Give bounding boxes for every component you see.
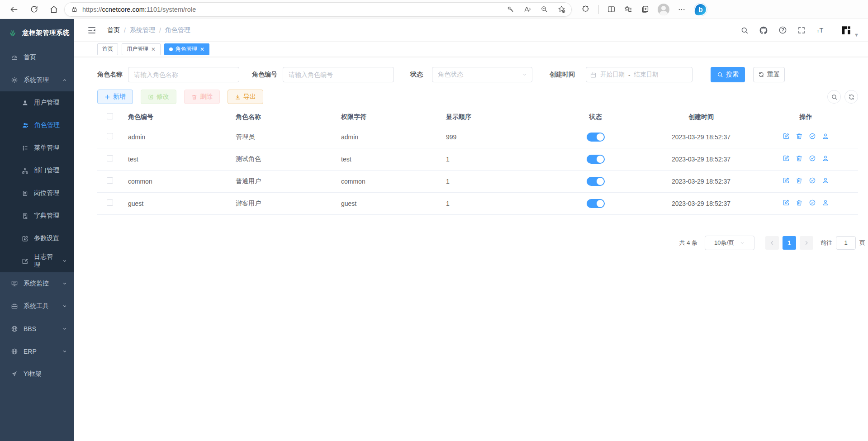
row-data-scope-icon[interactable]	[809, 133, 816, 140]
close-icon[interactable]: ✕	[200, 46, 204, 52]
close-icon[interactable]: ✕	[151, 46, 156, 52]
page-header: 首页 / 系统管理 / 角色管理 TT	[74, 19, 868, 42]
split-screen-icon[interactable]	[607, 5, 616, 14]
chevron-down-icon	[62, 303, 67, 309]
status-toggle-on[interactable]	[587, 133, 605, 142]
col-created: 创建时间	[649, 109, 754, 126]
row-assign-user-icon[interactable]	[822, 199, 829, 206]
user-avatar-menu[interactable]: ▼	[840, 24, 859, 36]
row-checkbox[interactable]	[107, 199, 113, 206]
header-search-icon[interactable]	[739, 24, 750, 36]
user-icon	[22, 100, 28, 106]
browser-refresh-icon[interactable]	[27, 3, 41, 16]
sidebar-item-roles[interactable]: 角色管理	[0, 114, 74, 137]
role-name-input[interactable]	[128, 67, 239, 82]
show-search-toggle-button[interactable]	[827, 90, 841, 104]
tab-user-management[interactable]: 用户管理✕	[122, 43, 161, 55]
tab-home[interactable]: 首页	[97, 43, 118, 55]
read-aloud-icon[interactable]	[523, 5, 531, 14]
row-delete-icon[interactable]	[796, 133, 803, 140]
row-assign-user-icon[interactable]	[822, 133, 829, 140]
sidebar-item-menus[interactable]: 菜单管理	[0, 137, 74, 159]
search-button[interactable]: 搜索	[711, 67, 745, 82]
zoom-out-icon[interactable]	[541, 5, 548, 13]
site-lock-icon[interactable]	[71, 6, 78, 13]
password-key-icon[interactable]	[507, 5, 514, 13]
sidebar-item-monitor[interactable]: 系统监控	[0, 272, 74, 295]
help-icon[interactable]	[777, 24, 788, 36]
next-page-button[interactable]	[800, 236, 813, 250]
sidebar-item-yi-framework[interactable]: Yi框架	[0, 363, 74, 385]
browser-back-icon[interactable]	[7, 3, 21, 16]
edit-button[interactable]: 修改	[141, 90, 176, 104]
favorites-bar-icon[interactable]	[624, 5, 633, 14]
role-code-input[interactable]	[283, 67, 394, 82]
github-icon[interactable]	[758, 24, 769, 36]
export-button[interactable]: 导出	[228, 90, 263, 104]
start-date-placeholder: 开始日期	[600, 71, 625, 79]
select-all-checkbox[interactable]	[107, 113, 113, 119]
row-checkbox[interactable]	[107, 155, 113, 161]
sidebar-item-system[interactable]: 系统管理	[0, 69, 74, 91]
row-checkbox[interactable]	[107, 133, 113, 139]
sidebar-item-erp[interactable]: ERP	[0, 340, 74, 363]
sidebar-item-posts[interactable]: 岗位管理	[0, 182, 74, 204]
row-assign-user-icon[interactable]	[822, 155, 829, 162]
page-number-1[interactable]: 1	[783, 236, 796, 250]
row-data-scope-icon[interactable]	[809, 199, 816, 206]
page-size-select[interactable]: 10条/页	[705, 236, 754, 250]
goto-page-input[interactable]	[836, 236, 856, 250]
sidebar-item-home[interactable]: 首页	[0, 46, 74, 69]
row-delete-icon[interactable]	[796, 199, 803, 206]
row-edit-icon[interactable]	[783, 199, 790, 206]
browser-more-icon[interactable]	[678, 5, 686, 14]
table-row: test 测试角色 test 1 2023-03-29 18:52:37	[97, 148, 858, 170]
col-role-name: 角色名称	[230, 109, 336, 126]
sidebar-item-bbs[interactable]: BBS	[0, 318, 74, 340]
extensions-icon[interactable]	[582, 5, 590, 14]
status-toggle-on[interactable]	[587, 155, 605, 164]
refresh-table-button[interactable]	[844, 90, 858, 104]
status-select[interactable]: 角色状态	[432, 67, 532, 82]
row-edit-icon[interactable]	[783, 133, 790, 140]
row-delete-icon[interactable]	[796, 177, 803, 184]
sidebar-item-parameters[interactable]: 参数设置	[0, 227, 74, 250]
tab-role-management[interactable]: 角色管理✕	[164, 43, 209, 55]
bing-chat-icon[interactable]: b	[694, 3, 707, 16]
address-bar[interactable]: https://ccnetcore.com:1101/system/role	[64, 2, 572, 17]
status-toggle-on[interactable]	[587, 177, 605, 186]
chevron-down-icon	[740, 240, 745, 246]
delete-button[interactable]: 删除	[184, 90, 220, 104]
sidebar-item-tools[interactable]: 系统工具	[0, 295, 74, 318]
tags-view-bar: 首页 用户管理✕ 角色管理✕	[74, 42, 868, 57]
date-range-picker[interactable]: 开始日期 - 结束日期	[586, 67, 693, 82]
row-data-scope-icon[interactable]	[809, 155, 816, 162]
add-button[interactable]: 新增	[97, 90, 133, 104]
row-data-scope-icon[interactable]	[809, 177, 816, 184]
row-assign-user-icon[interactable]	[822, 177, 829, 184]
caret-down-icon: ▼	[854, 32, 859, 38]
fullscreen-icon[interactable]	[796, 24, 807, 36]
favorite-star-icon[interactable]	[557, 5, 566, 14]
status-toggle-on[interactable]	[587, 199, 605, 208]
pagination: 共 4 条 10条/页 1 前往 页	[97, 236, 865, 250]
browser-profile-avatar[interactable]	[658, 4, 669, 15]
edit-square-icon	[148, 94, 154, 100]
collections-icon[interactable]	[641, 5, 650, 14]
font-size-icon[interactable]: TT	[815, 24, 826, 36]
prev-page-button[interactable]	[765, 236, 779, 250]
plus-icon	[104, 94, 110, 100]
breadcrumb-home[interactable]: 首页	[107, 26, 120, 34]
browser-home-icon[interactable]	[47, 3, 61, 16]
table-toolbar: 新增 修改 删除 导出	[97, 90, 858, 104]
row-edit-icon[interactable]	[783, 177, 790, 184]
sidebar-item-logs[interactable]: 日志管理	[0, 250, 74, 272]
row-checkbox[interactable]	[107, 177, 113, 184]
sidebar-item-dictionary[interactable]: 字典管理	[0, 204, 74, 227]
row-delete-icon[interactable]	[796, 155, 803, 162]
sidebar-fold-icon[interactable]	[84, 22, 100, 38]
sidebar-item-users[interactable]: 用户管理	[0, 91, 74, 114]
row-edit-icon[interactable]	[783, 155, 790, 162]
reset-button[interactable]: 重置	[753, 67, 785, 82]
sidebar-item-departments[interactable]: 部门管理	[0, 159, 74, 182]
